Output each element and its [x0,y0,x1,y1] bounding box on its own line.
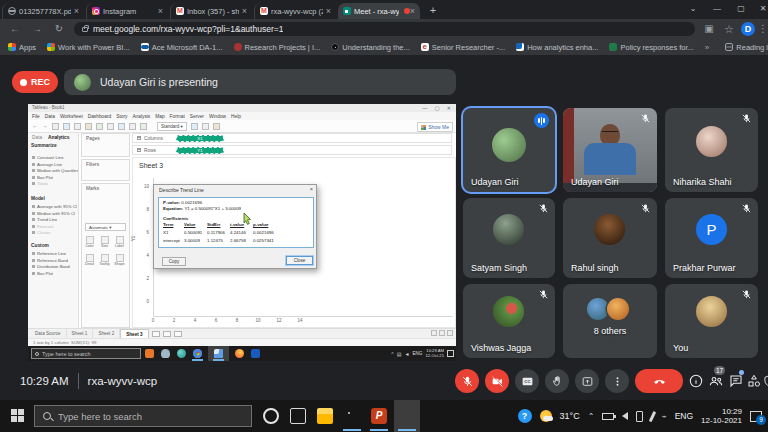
analytics-item: Median with 95% CI [32,211,75,216]
show-me-icon [421,125,426,130]
activities-icon[interactable] [746,373,762,389]
participant-tile-prakhar[interactable]: P Prakhar Purwar [665,198,758,278]
bookmark-item[interactable]: Understanding the... [331,43,410,52]
tab-instagram[interactable]: Instagram [86,3,168,19]
pages-card: Pages [81,133,130,157]
rows-pill: Y1 [176,147,224,154]
captions-button[interactable]: CC [515,369,539,393]
menu-worksheet: Worksheet [60,114,83,119]
tab-close-icon[interactable] [74,6,79,16]
battery-icon[interactable] [602,413,614,420]
taskbar-clock[interactable]: 10:29 12-10-2021 [701,407,742,426]
bookmark-item[interactable]: Ace Microsoft DA-1... [141,43,223,52]
address-bar[interactable]: meet.google.com/rxa-wyvv-wcp?pli=1&authu… [74,22,695,36]
back-icon[interactable]: ← [8,22,22,36]
speaker-icon[interactable] [622,412,628,420]
language-indicator[interactable]: ENG [675,411,693,421]
highlight-icon [191,123,198,130]
dialog-title: Describe Trend Line [159,187,204,193]
start-button[interactable] [11,409,24,422]
tab-close-icon[interactable] [242,6,247,16]
window-maximize-button[interactable]: ▢ [730,0,752,19]
phone-link-icon[interactable] [636,411,643,422]
tab-close-icon[interactable] [326,6,331,16]
usb-icon[interactable]: ⌁ [662,412,667,421]
browser-menu-icon[interactable]: ⋮ [756,22,768,36]
participant-tile-niharika[interactable]: Niharika Shahi [665,108,758,192]
url-text: meet.google.com/rxa-wyvv-wcp?pli=1&authu… [93,24,283,34]
participant-tile-vishwas[interactable]: Vishwas Jagga [463,284,555,358]
present-button[interactable] [575,369,599,393]
temperature[interactable]: 31°C [560,411,580,421]
bookmark-item[interactable]: Senior Researcher -... [421,43,505,52]
bookmark-card-icon[interactable]: ▣ [702,22,716,36]
chat-icon[interactable] [728,373,744,389]
avatar [492,128,526,162]
participant-tile-udayan-presenting[interactable]: Udayan Giri [463,108,555,192]
participant-tile-you[interactable]: You [665,284,758,358]
divider [78,373,79,389]
mic-toggle-button[interactable] [455,369,479,393]
taskbar-search-box[interactable]: Type here to search [34,405,252,427]
menu-data: Data [45,114,55,119]
menu-server: Server [190,114,204,119]
target-icon [331,43,339,51]
tab-pdf[interactable]: 013257778X.pdf [2,3,84,19]
presented-screen[interactable]: Tableau - Book1 — ▢ ✕ File Data Workshee… [28,104,456,361]
menu-map: Map [155,114,164,119]
bookmark-item[interactable]: How analytics enha... [516,43,598,52]
bookmark-star-icon[interactable]: ☆ [722,22,736,36]
window-close-button[interactable]: ✕ [752,0,768,19]
profile-avatar[interactable]: D [741,22,755,36]
bookmark-item[interactable]: Work with Power BI... [47,43,130,52]
file-explorer-icon[interactable] [317,408,333,424]
reload-icon[interactable]: ↻ [52,22,66,36]
x-axis-line [153,316,453,317]
browser-toolbar: ← → ↻ meet.google.com/rxa-wyvv-wcp?pli=1… [0,19,768,39]
bookmark-item[interactable]: Research Projects | I... [234,43,321,52]
new-story-icon [174,331,182,337]
avatar [493,296,524,327]
tab-close-icon[interactable] [158,6,163,16]
rows-icon [137,148,141,152]
bookmarks-overflow-chevron[interactable]: » [705,43,709,52]
new-tab-button[interactable]: + [426,4,440,18]
participant-tile-satyam[interactable]: Satyam Singh [463,198,555,278]
participant-tile-others[interactable]: 8 others [563,284,657,358]
raise-hand-button[interactable] [545,369,569,393]
pen-icon[interactable] [649,410,656,421]
cortana-icon[interactable] [263,408,279,424]
tab-inbox[interactable]: Inbox (357) - sheetaldeen [170,3,252,19]
avatar [587,298,609,320]
open-app-underline [192,359,203,361]
tab-search-chevron-icon[interactable]: ⌄ [682,0,704,19]
reading-list-button[interactable]: Reading list [725,43,768,52]
host-controls-icon[interactable] [762,373,768,389]
powerpoint-icon[interactable] [371,408,387,424]
sort-icon [129,123,136,130]
weather-icon[interactable] [540,410,552,422]
avatar [594,214,625,245]
chevron-up-icon[interactable]: ⌃ [588,412,595,421]
open-app-underline [370,429,388,431]
window-minimize-button[interactable]: — [706,0,728,19]
participant-tile-rahul[interactable]: Rahul singh [563,198,657,278]
help-tray-icon[interactable] [518,409,532,423]
tableau-title-bar: Tableau - Book1 [28,104,456,112]
end-call-button[interactable] [635,369,683,393]
bookmark-item[interactable]: Policy responses for... [609,43,693,52]
task-view-icon[interactable] [290,408,306,424]
action-center-icon[interactable]: 9 [750,411,762,422]
participants-icon[interactable] [708,373,724,389]
apps-shortcut[interactable]: Apps [8,43,36,52]
tab-close-icon[interactable] [410,6,415,16]
forward-icon[interactable]: → [30,22,44,36]
columns-pill: X1 [176,135,224,142]
camera-toggle-button[interactable] [485,369,509,393]
meeting-details-icon[interactable] [688,373,704,389]
more-options-button[interactable] [605,369,629,393]
participant-tile-udayan-video[interactable]: Udayan Giri [563,108,657,192]
tab-mail-meet[interactable]: rxa-wyvv-wcp (2021-10-1 [254,3,336,19]
bookmarks-bar: Apps Work with Power BI... Ace Microsoft… [0,39,768,56]
tab-meet-active[interactable]: Meet - rxa-wyvv-wcp [338,3,420,19]
